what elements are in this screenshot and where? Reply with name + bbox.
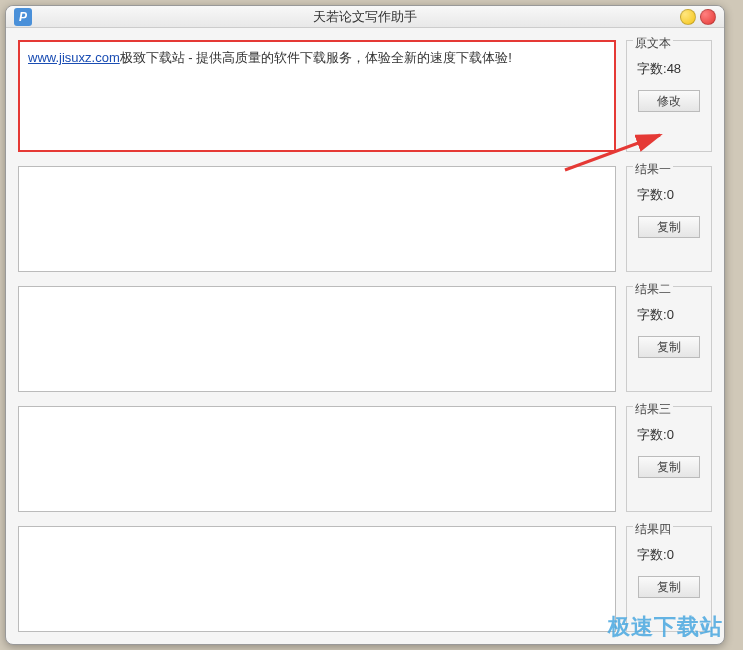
result-panel-title: 结果二 — [633, 281, 673, 298]
result-count: 字数:0 — [633, 546, 705, 564]
result-textbox-1[interactable] — [18, 166, 616, 272]
result-panel-title: 结果四 — [633, 521, 673, 538]
result-panel-1: 结果一 字数:0 复制 — [626, 166, 712, 272]
result-panel-title: 结果一 — [633, 161, 673, 178]
close-icon[interactable] — [700, 9, 716, 25]
titlebar[interactable]: P 天若论文写作助手 — [6, 6, 724, 28]
source-text: 极致下载站 - 提供高质量的软件下载服务，体验全新的速度下载体验! — [120, 50, 512, 65]
content-area: www.jisuxz.com极致下载站 - 提供高质量的软件下载服务，体验全新的… — [6, 28, 724, 644]
minimize-icon[interactable] — [680, 9, 696, 25]
result-panel-2: 结果二 字数:0 复制 — [626, 286, 712, 392]
result-panel-title: 结果三 — [633, 401, 673, 418]
result-count: 字数:0 — [633, 306, 705, 324]
copy-button[interactable]: 复制 — [638, 576, 700, 598]
copy-button[interactable]: 复制 — [638, 216, 700, 238]
source-count: 字数:48 — [633, 60, 705, 78]
source-panel-title: 原文本 — [633, 35, 673, 52]
result-textbox-4[interactable] — [18, 526, 616, 632]
main-column: www.jisuxz.com极致下载站 - 提供高质量的软件下载服务，体验全新的… — [18, 40, 616, 632]
result-count: 字数:0 — [633, 426, 705, 444]
window-controls — [680, 9, 716, 25]
modify-button[interactable]: 修改 — [638, 90, 700, 112]
side-column: 原文本 字数:48 修改 结果一 字数:0 复制 结果二 — [626, 40, 712, 632]
result-count: 字数:0 — [633, 186, 705, 204]
result-textbox-2[interactable] — [18, 286, 616, 392]
source-link[interactable]: www.jisuxz.com — [28, 50, 120, 65]
result-textbox-3[interactable] — [18, 406, 616, 512]
copy-button[interactable]: 复制 — [638, 456, 700, 478]
source-panel: 原文本 字数:48 修改 — [626, 40, 712, 152]
source-textbox[interactable]: www.jisuxz.com极致下载站 - 提供高质量的软件下载服务，体验全新的… — [18, 40, 616, 152]
window-title: 天若论文写作助手 — [313, 8, 417, 26]
app-window: P 天若论文写作助手 www.jisuxz.com极致下载站 - 提供高质量的软… — [5, 5, 725, 645]
result-panel-3: 结果三 字数:0 复制 — [626, 406, 712, 512]
copy-button[interactable]: 复制 — [638, 336, 700, 358]
result-panel-4: 结果四 字数:0 复制 — [626, 526, 712, 632]
app-icon: P — [14, 8, 32, 26]
